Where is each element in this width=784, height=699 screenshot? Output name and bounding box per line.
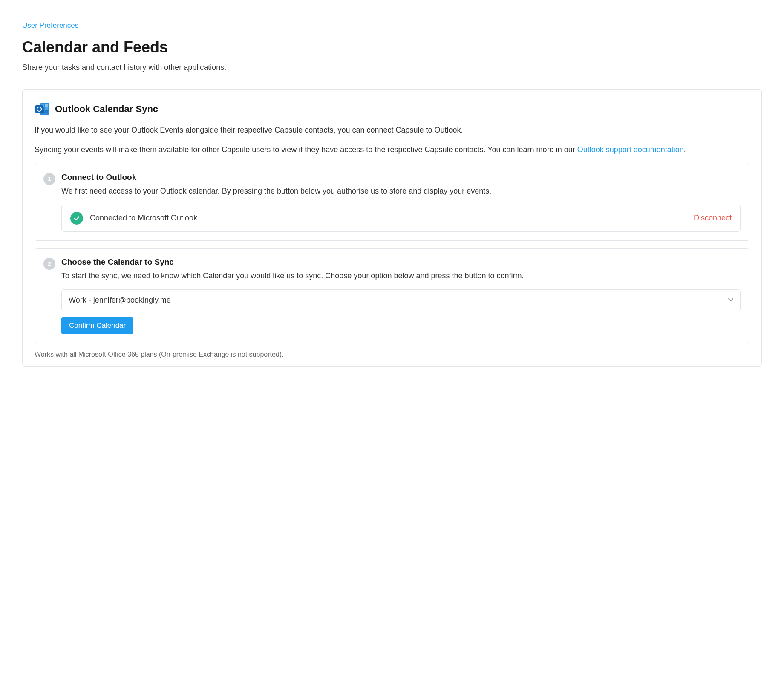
step-badge-1: 1	[43, 173, 55, 185]
step-connect-outlook: 1 Connect to Outlook We first need acces…	[35, 164, 749, 241]
outlook-sync-card: Outlook Calendar Sync If you would like …	[22, 89, 762, 367]
step-2-body: Choose the Calendar to Sync To start the…	[61, 257, 741, 334]
step-2-title: Choose the Calendar to Sync	[61, 257, 741, 267]
card-desc-1: If you would like to see your Outlook Ev…	[35, 124, 749, 136]
confirm-calendar-button[interactable]: Confirm Calendar	[61, 317, 133, 334]
svg-rect-6	[45, 110, 48, 113]
card-desc-2-prefix: Syncing your events will make them avail…	[35, 145, 577, 154]
step-1-desc: We first need access to your Outlook cal…	[61, 185, 741, 197]
footer-note: Works with all Microsoft Office 365 plan…	[35, 351, 749, 358]
outlook-icon	[35, 101, 50, 117]
svg-rect-2	[45, 104, 48, 107]
step-2-desc: To start the sync, we need to know which…	[61, 270, 741, 282]
step-choose-calendar: 2 Choose the Calendar to Sync To start t…	[35, 248, 749, 343]
chevron-down-icon	[728, 298, 733, 302]
card-desc-2-suffix: .	[684, 145, 686, 154]
step-badge-2: 2	[43, 258, 55, 270]
breadcrumb-link[interactable]: User Preferences	[22, 21, 78, 29]
page-title: Calendar and Feeds	[22, 38, 762, 56]
step-1-title: Connect to Outlook	[61, 173, 741, 182]
check-icon	[70, 212, 83, 225]
step-1-body: Connect to Outlook We first need access …	[61, 173, 741, 232]
page-subtitle: Share your tasks and contact history wit…	[22, 63, 762, 72]
disconnect-button[interactable]: Disconnect	[694, 214, 732, 222]
outlook-support-docs-link[interactable]: Outlook support documentation	[577, 145, 684, 154]
connection-status-text: Connected to Microsoft Outlook	[90, 214, 687, 222]
calendar-select[interactable]: Work - jennifer@bookingly.me	[61, 289, 741, 311]
card-desc-2: Syncing your events will make them avail…	[35, 144, 749, 156]
card-title: Outlook Calendar Sync	[55, 104, 158, 115]
card-header: Outlook Calendar Sync	[35, 101, 749, 117]
calendar-select-value: Work - jennifer@bookingly.me	[69, 296, 171, 304]
svg-rect-4	[45, 107, 48, 110]
connection-status-box: Connected to Microsoft Outlook Disconnec…	[61, 205, 741, 232]
svg-rect-7	[35, 105, 43, 113]
